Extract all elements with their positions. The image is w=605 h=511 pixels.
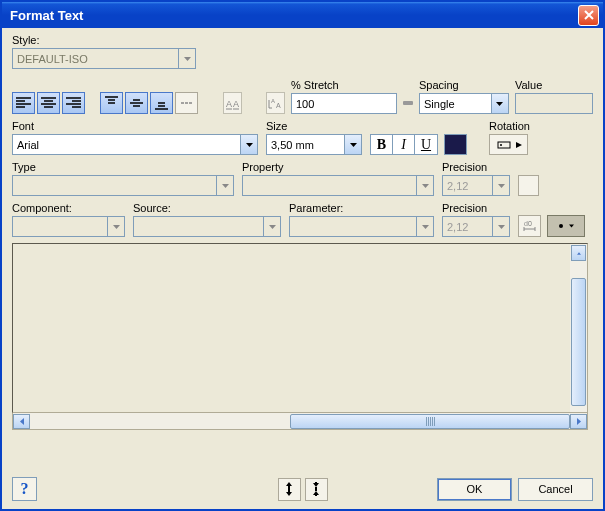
value-input — [515, 93, 593, 114]
spacing-input[interactable] — [419, 93, 492, 114]
svg-point-7 — [559, 224, 563, 228]
component-input — [12, 216, 108, 237]
svg-text:A: A — [276, 102, 281, 109]
aa2-icon[interactable]: AA — [266, 92, 285, 114]
parameter-label: Parameter: — [289, 202, 436, 214]
svg-text:A: A — [271, 98, 275, 104]
property-label: Property — [242, 161, 436, 173]
align-group — [12, 92, 85, 114]
value-label: Value — [515, 79, 593, 91]
style-label: Style: — [12, 34, 593, 46]
style-combo[interactable] — [12, 48, 198, 69]
align-left-icon[interactable] — [12, 92, 35, 114]
style-dropdown-btn[interactable] — [179, 48, 196, 69]
aa-icon[interactable]: AA — [223, 92, 242, 114]
component-label: Component: — [12, 202, 127, 214]
color-swatch[interactable] — [444, 134, 467, 155]
source-dropdown-btn[interactable] — [264, 216, 281, 237]
svg-text:A: A — [233, 99, 239, 109]
expand-button[interactable] — [278, 478, 301, 501]
precision-combo[interactable] — [442, 175, 512, 196]
bold-button[interactable]: B — [371, 135, 393, 154]
source-combo[interactable] — [133, 216, 283, 237]
align-right-icon[interactable] — [62, 92, 85, 114]
property-dropdown-btn[interactable] — [417, 175, 434, 196]
type-dropdown-btn[interactable] — [217, 175, 234, 196]
vscrollbar[interactable] — [570, 244, 587, 412]
precision-sq[interactable] — [518, 175, 539, 196]
close-button[interactable] — [578, 5, 599, 26]
valign-group — [100, 92, 198, 114]
align-center-icon[interactable] — [37, 92, 60, 114]
rotation-label: Rotation — [489, 120, 530, 132]
svg-text:d0: d0 — [524, 220, 532, 227]
font-dropdown-btn[interactable] — [241, 134, 258, 155]
cancel-button[interactable]: Cancel — [518, 478, 593, 501]
type-combo[interactable] — [12, 175, 236, 196]
valign-top-icon[interactable] — [100, 92, 123, 114]
precision2-combo[interactable] — [442, 216, 512, 237]
titlebar: Format Text — [2, 2, 603, 28]
valign-bot-icon[interactable] — [150, 92, 173, 114]
spacing-combo[interactable] — [419, 93, 509, 114]
param-dropdown-btn[interactable] — [417, 216, 434, 237]
size-label: Size — [266, 120, 364, 132]
precision-input — [442, 175, 493, 196]
scroll-right-icon[interactable] — [570, 414, 587, 429]
help-button[interactable]: ? — [12, 477, 37, 501]
size-combo[interactable] — [266, 134, 364, 155]
precision2-dropdown-btn[interactable] — [493, 216, 510, 237]
parameter-input — [289, 216, 417, 237]
stretch-label: % Stretch — [291, 79, 397, 91]
stretch-input-wrap — [291, 93, 397, 114]
svg-point-5 — [500, 144, 502, 146]
precision2-input — [442, 216, 493, 237]
svg-rect-4 — [498, 142, 510, 148]
svg-text:A: A — [226, 99, 232, 109]
underline-button[interactable]: U — [415, 135, 437, 154]
dim-icon2[interactable] — [547, 215, 585, 237]
component-combo[interactable] — [12, 216, 127, 237]
collapse-button[interactable] — [305, 478, 328, 501]
preview-pane: A — [12, 243, 588, 413]
size-dropdown-btn[interactable] — [345, 134, 362, 155]
comp-dropdown-btn[interactable] — [108, 216, 125, 237]
font-label: Font — [12, 120, 260, 132]
dim-icon1[interactable]: d0 — [518, 215, 541, 237]
source-input — [133, 216, 264, 237]
font-combo[interactable] — [12, 134, 260, 155]
scroll-left-icon[interactable] — [13, 414, 30, 429]
biu-group: B I U — [370, 134, 438, 155]
precision-label: Precision — [442, 161, 512, 173]
ok-button[interactable]: OK — [437, 478, 512, 501]
spacing-label: Spacing — [419, 79, 509, 91]
size-input[interactable] — [266, 134, 345, 155]
property-combo[interactable] — [242, 175, 436, 196]
value-input-wrap — [515, 93, 593, 114]
sep-icon — [403, 92, 413, 114]
precision2-label: Precision — [442, 202, 512, 214]
valign-extra-icon[interactable] — [175, 92, 198, 114]
style-input — [12, 48, 179, 69]
type-input — [12, 175, 217, 196]
spacing-dropdown-btn[interactable] — [492, 93, 509, 114]
precision-dropdown-btn[interactable] — [493, 175, 510, 196]
font-input[interactable] — [12, 134, 241, 155]
valign-mid-icon[interactable] — [125, 92, 148, 114]
type-label: Type — [12, 161, 236, 173]
parameter-combo[interactable] — [289, 216, 436, 237]
italic-button[interactable]: I — [393, 135, 415, 154]
hscrollbar[interactable] — [12, 413, 588, 430]
rotation-button[interactable] — [489, 134, 528, 155]
property-input — [242, 175, 417, 196]
stretch-input[interactable] — [291, 93, 397, 114]
source-label: Source: — [133, 202, 283, 214]
window-title: Format Text — [6, 8, 578, 23]
